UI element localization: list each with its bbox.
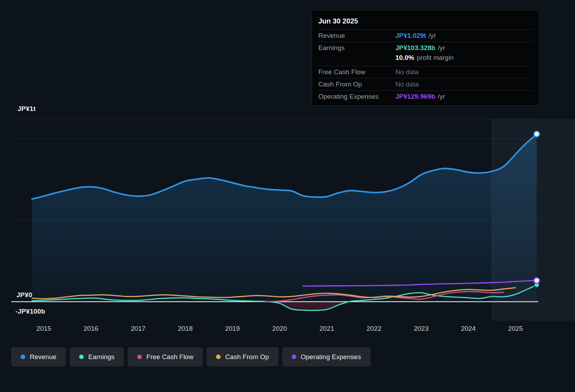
legend-label-earnings: Earnings [88,353,115,361]
legend-item-cash-from-op[interactable]: Cash From Op [207,347,278,366]
legend-dot-operating-expenses [292,355,296,359]
legend-label-revenue: Revenue [30,353,56,361]
chart-tooltip: Jun 30 2025 Revenue JP¥1.029t /yr Earnin… [312,10,539,106]
tooltip-label-free-cash-flow: Free Cash Flow [318,68,395,76]
y-axis-label-zero: JP¥0 [16,291,32,299]
legend-item-operating-expenses[interactable]: Operating Expenses [282,347,370,366]
tooltip-row-revenue: Revenue JP¥1.029t /yr [318,29,533,42]
legend-label-operating-expenses: Operating Expenses [301,353,361,361]
profit-margin-text: profit margin [417,54,454,62]
tooltip-value-earnings: JP¥103.328b [395,44,435,52]
y-axis-label-neg100b: -JP¥100b [15,308,45,315]
tooltip-row-operating-expenses: Operating Expenses JP¥129.969b /yr [318,90,533,103]
legend-dot-revenue [21,355,25,359]
legend-label-cash-from-op: Cash From Op [225,353,269,361]
financials-chart-page: { "tooltip": { "date": "Jun 30 2025", "r… [0,0,575,392]
tooltip-label-cash-from-op: Cash From Op [318,80,395,88]
tooltip-value-cash-from-op: No data [395,80,419,88]
tooltip-profit-margin-row: 10.0% profit margin [318,54,533,66]
tooltip-row-cash-from-op: Cash From Op No data [318,78,533,90]
tooltip-label-revenue: Revenue [318,32,395,40]
tooltip-label-operating-expenses: Operating Expenses [318,93,395,100]
legend-item-free-cash-flow[interactable]: Free Cash Flow [128,347,203,366]
tooltip-value-operating-expenses: JP¥129.969b [395,93,435,100]
legend-dot-earnings [79,355,84,359]
forecast-band [492,119,575,321]
tooltip-label-earnings: Earnings [318,44,395,52]
tooltip-row-earnings: Earnings JP¥103.328b /yr [318,42,533,54]
y-axis-label-1t: JP¥1t [18,105,36,113]
tooltip-value-revenue: JP¥1.029t [395,32,426,40]
legend-item-earnings[interactable]: Earnings [70,347,124,366]
legend-label-free-cash-flow: Free Cash Flow [146,353,193,361]
legend-item-revenue[interactable]: Revenue [11,347,66,366]
profit-margin-value: 10.0% [395,54,414,62]
tooltip-suffix-revenue: /yr [429,32,436,40]
legend-dot-free-cash-flow [137,355,142,359]
tooltip-suffix-earnings: /yr [438,44,445,52]
end-marker-operating-expenses [534,278,540,283]
legend: RevenueEarningsFree Cash FlowCash From O… [11,347,370,366]
legend-dot-cash-from-op [216,355,221,359]
tooltip-row-free-cash-flow: Free Cash Flow No data [318,66,533,78]
tooltip-suffix-operating-expenses: /yr [438,93,445,100]
tooltip-date: Jun 30 2025 [318,14,533,29]
revenue-area [32,134,536,302]
end-marker-revenue [534,131,540,137]
tooltip-value-free-cash-flow: No data [395,68,419,76]
